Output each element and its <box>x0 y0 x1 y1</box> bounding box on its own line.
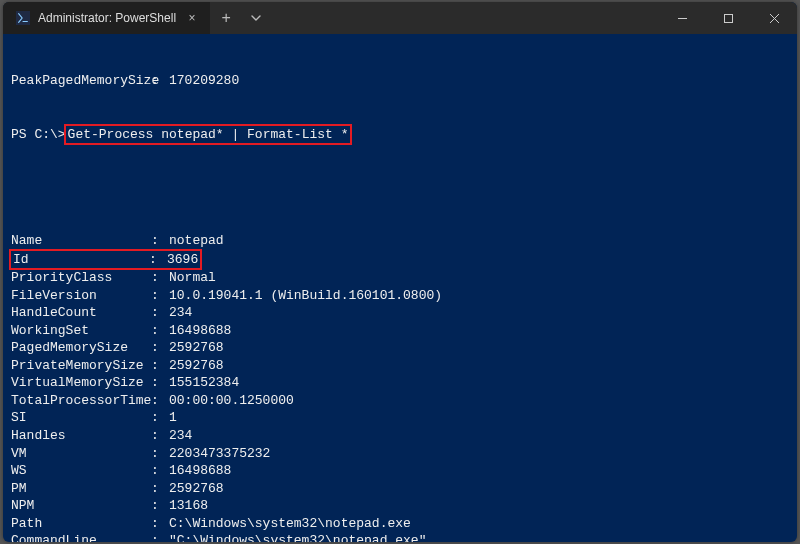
property-row: PM: 2592768 <box>11 480 789 498</box>
property-key: FileVersion <box>11 287 151 305</box>
property-value: 16498688 <box>169 462 231 480</box>
property-row: PagedMemorySize: 2592768 <box>11 339 789 357</box>
blank-line <box>11 179 789 197</box>
property-row: PriorityClass: Normal <box>11 269 789 287</box>
powershell-icon <box>15 11 30 26</box>
property-row: HandleCount: 234 <box>11 304 789 322</box>
property-value: 00:00:00.1250000 <box>169 392 294 410</box>
property-value: 13168 <box>169 497 208 515</box>
new-tab-button[interactable]: + <box>210 9 242 27</box>
property-row: CommandLine: "C:\Windows\system32\notepa… <box>11 532 789 542</box>
property-key: PeakPagedMemorySize <box>11 72 151 90</box>
highlight-command: Get-Process notepad* | Format-List * <box>64 124 353 146</box>
property-key: Name <box>11 232 151 250</box>
property-row: PrivateMemorySize: 2592768 <box>11 357 789 375</box>
property-value: 234 <box>169 427 192 445</box>
property-key: CommandLine <box>11 532 151 542</box>
property-row: Handles: 234 <box>11 427 789 445</box>
property-value: "C:\Windows\system32\notepad.exe" <box>169 532 426 542</box>
property-key: HandleCount <box>11 304 151 322</box>
tab-dropdown-button[interactable] <box>242 12 270 24</box>
property-value: 2203473375232 <box>169 445 270 463</box>
property-value: 2592768 <box>169 357 224 375</box>
command-text: Get-Process notepad* <box>68 127 232 142</box>
prompt-prefix: PS C:\> <box>11 126 66 144</box>
property-key: VM <box>11 445 151 463</box>
property-value: 155152384 <box>169 374 239 392</box>
property-row: WorkingSet: 16498688 <box>11 322 789 340</box>
maximize-button[interactable] <box>705 2 751 34</box>
property-row: Path: C:\Windows\system32\notepad.exe <box>11 515 789 533</box>
property-key: WS <box>11 462 151 480</box>
property-row: VM: 2203473375232 <box>11 445 789 463</box>
highlight-id-row: Id: 3696 <box>9 249 202 271</box>
property-value: Normal <box>169 269 216 287</box>
property-value: 234 <box>169 304 192 322</box>
property-row: Id: 3696 <box>11 250 789 270</box>
property-value: 10.0.19041.1 (WinBuild.160101.0800) <box>169 287 442 305</box>
minimize-button[interactable] <box>659 2 705 34</box>
property-value: C:\Windows\system32\notepad.exe <box>169 515 411 533</box>
svg-rect-1 <box>724 14 732 22</box>
property-key: PriorityClass <box>11 269 151 287</box>
property-value: 1 <box>169 409 177 427</box>
property-key: TotalProcessorTime <box>11 392 151 410</box>
property-value: 2592768 <box>169 339 224 357</box>
property-value: 3696 <box>167 251 198 269</box>
property-value: 16498688 <box>169 322 231 340</box>
property-list: Name: notepadId: 3696PriorityClass: Norm… <box>11 232 789 542</box>
terminal-window: Administrator: PowerShell × + PeakPagedM… <box>3 2 797 542</box>
property-value: notepad <box>169 232 224 250</box>
property-row: NPM: 13168 <box>11 497 789 515</box>
property-row: TotalProcessorTime: 00:00:00.1250000 <box>11 392 789 410</box>
property-row: FileVersion: 10.0.19041.1 (WinBuild.1601… <box>11 287 789 305</box>
property-value: 2592768 <box>169 480 224 498</box>
property-key: Id <box>13 251 149 269</box>
property-row: VirtualMemorySize: 155152384 <box>11 374 789 392</box>
property-key: PM <box>11 480 151 498</box>
tab-title: Administrator: PowerShell <box>38 11 176 25</box>
prompt-line: PS C:\>Get-Process notepad* | Format-Lis… <box>11 125 789 145</box>
property-key: VirtualMemorySize <box>11 374 151 392</box>
property-key: SI <box>11 409 151 427</box>
property-key: WorkingSet <box>11 322 151 340</box>
property-row: SI: 1 <box>11 409 789 427</box>
tab-close-button[interactable]: × <box>184 10 200 26</box>
property-value: 170209280 <box>169 72 239 90</box>
property-row: Name: notepad <box>11 232 789 250</box>
terminal-output[interactable]: PeakPagedMemorySize: 170209280 PS C:\>Ge… <box>3 34 797 542</box>
command-text: Format-List * <box>239 127 348 142</box>
property-key: NPM <box>11 497 151 515</box>
property-key: PrivateMemorySize <box>11 357 151 375</box>
property-key: PagedMemorySize <box>11 339 151 357</box>
property-key: Path <box>11 515 151 533</box>
active-tab[interactable]: Administrator: PowerShell × <box>3 2 210 34</box>
property-key: Handles <box>11 427 151 445</box>
svg-rect-0 <box>16 11 30 25</box>
close-button[interactable] <box>751 2 797 34</box>
titlebar: Administrator: PowerShell × + <box>3 2 797 34</box>
output-line: PeakPagedMemorySize: 170209280 <box>11 72 789 90</box>
property-row: WS: 16498688 <box>11 462 789 480</box>
window-controls <box>659 2 797 34</box>
